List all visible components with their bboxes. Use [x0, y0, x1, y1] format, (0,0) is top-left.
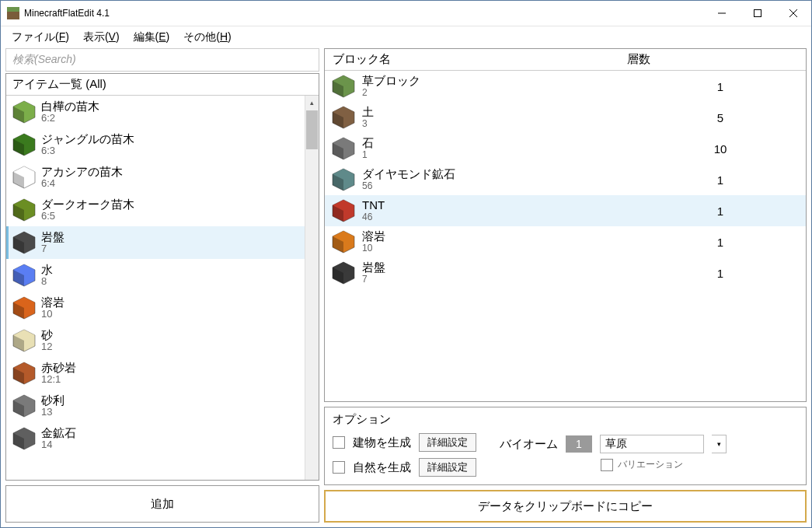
col-layers: 層数 [619, 49, 806, 70]
block-name: 石 [362, 137, 374, 150]
block-name: 岩盤 [362, 261, 385, 274]
checkbox-nature[interactable] [333, 461, 345, 474]
block-icon [12, 295, 37, 320]
options-title: オプション [333, 412, 798, 427]
layer-count: 1 [635, 173, 806, 187]
svg-rect-3 [754, 10, 761, 17]
block-name: ダイヤモンド鉱石 [362, 168, 455, 181]
block-id: 2 [362, 87, 420, 98]
item-list-header: アイテム一覧 (All) [6, 74, 319, 96]
list-item[interactable]: 砂利13 [6, 390, 305, 422]
list-item[interactable]: 赤砂岩12:1 [6, 357, 305, 390]
block-icon [12, 230, 37, 255]
list-item[interactable]: ダークオーク苗木6:5 [6, 194, 305, 226]
block-icon [331, 105, 356, 130]
block-icon [12, 328, 37, 353]
block-icon [12, 426, 37, 451]
block-id: 1 [362, 149, 374, 160]
item-id: 6:2 [41, 113, 99, 124]
list-item[interactable]: 岩盤7 [6, 226, 305, 259]
maximize-button[interactable] [740, 2, 775, 25]
titlebar: MinecraftFlatEdit 4.1 [1, 1, 811, 26]
chevron-down-icon[interactable]: ▾ [712, 435, 727, 453]
item-id: 6:5 [41, 211, 134, 222]
table-row[interactable]: TNT461 [325, 195, 806, 226]
layer-count: 1 [635, 267, 806, 280]
item-id: 7 [41, 243, 64, 255]
item-id: 6:4 [41, 178, 123, 190]
app-icon [7, 7, 19, 19]
menu-other[interactable]: その他(H) [183, 30, 231, 44]
item-name: 溶岩 [41, 295, 64, 309]
item-name: 岩盤 [41, 230, 64, 243]
window-title: MinecraftFlatEdit 4.1 [24, 8, 110, 19]
list-item[interactable]: 水8 [6, 259, 305, 292]
detail-buildings-button[interactable]: 詳細設定 [419, 433, 476, 452]
biome-select[interactable]: 草原 [600, 435, 704, 453]
block-id: 10 [362, 243, 385, 254]
table-row[interactable]: 草ブロック21 [325, 71, 806, 102]
item-id: 6:3 [41, 145, 134, 157]
scrollbar[interactable]: ▴ [305, 96, 319, 480]
detail-nature-button[interactable]: 詳細設定 [419, 458, 476, 477]
layer-count: 5 [635, 111, 806, 124]
item-id: 14 [41, 439, 76, 451]
block-icon [12, 393, 37, 418]
table-row[interactable]: 土35 [325, 102, 806, 133]
checkbox-variation[interactable] [601, 459, 613, 471]
list-item[interactable]: 金鉱石14 [6, 422, 305, 455]
block-icon [12, 263, 37, 288]
col-block-name: ブロック名 [325, 49, 619, 70]
item-name: 赤砂岩 [41, 361, 76, 374]
block-icon [12, 198, 37, 222]
block-icon [331, 198, 356, 223]
minimize-icon [718, 9, 726, 17]
table-row[interactable]: 石110 [325, 133, 806, 164]
list-item[interactable]: アカシアの苗木6:4 [6, 161, 305, 194]
item-name: ジャングルの苗木 [41, 132, 134, 145]
scroll-up-icon[interactable]: ▴ [305, 96, 319, 109]
table-row[interactable]: 岩盤71 [325, 257, 806, 288]
add-button[interactable]: 追加 [5, 485, 319, 523]
block-icon [12, 132, 37, 157]
list-item[interactable]: 砂12 [6, 324, 305, 357]
close-icon [789, 9, 797, 17]
item-id: 12:1 [41, 374, 76, 386]
layer-count: 1 [635, 205, 806, 218]
table-row[interactable]: ダイヤモンド鉱石561 [325, 164, 806, 195]
scroll-thumb[interactable] [306, 110, 318, 149]
search-input[interactable]: 検索(Search) [5, 48, 319, 72]
block-id: 46 [362, 212, 385, 222]
list-item[interactable]: 白樺の苗木6:2 [6, 96, 305, 128]
block-icon [12, 361, 37, 386]
maximize-icon [754, 9, 761, 17]
item-name: ダークオーク苗木 [41, 198, 134, 211]
block-table-body[interactable]: 草ブロック21土35石110ダイヤモンド鉱石561TNT461溶岩101岩盤71 [325, 71, 806, 401]
menu-edit[interactable]: 編集(E) [134, 30, 170, 44]
layer-count: 1 [635, 236, 806, 249]
block-icon [12, 165, 37, 190]
item-id: 10 [41, 309, 64, 320]
item-id: 13 [41, 407, 64, 418]
list-item[interactable]: 溶岩10 [6, 292, 305, 324]
table-row[interactable]: 溶岩101 [325, 226, 806, 257]
layer-count: 1 [635, 80, 806, 93]
item-name: 砂利 [41, 393, 64, 407]
item-name: 水 [41, 263, 53, 276]
list-item[interactable]: ジャングルの苗木6:3 [6, 128, 305, 161]
close-button[interactable] [775, 2, 811, 25]
menubar: ファイル(F) 表示(V) 編集(E) その他(H) [1, 26, 811, 48]
block-id: 7 [362, 274, 385, 285]
minimize-button[interactable] [704, 2, 740, 25]
block-icon [331, 136, 356, 161]
item-list[interactable]: 白樺の苗木6:2ジャングルの苗木6:3アカシアの苗木6:4ダークオーク苗木6:5… [6, 96, 305, 480]
block-name: TNT [362, 199, 385, 212]
item-name: 砂 [41, 328, 53, 341]
menu-view[interactable]: 表示(V) [83, 30, 120, 44]
block-icon [12, 100, 37, 124]
label-buildings: 建物を生成 [353, 435, 411, 450]
block-icon [331, 229, 356, 254]
checkbox-buildings[interactable] [333, 436, 345, 449]
copy-button[interactable]: データをクリップボードにコピー [324, 490, 807, 523]
menu-file[interactable]: ファイル(F) [12, 30, 69, 44]
